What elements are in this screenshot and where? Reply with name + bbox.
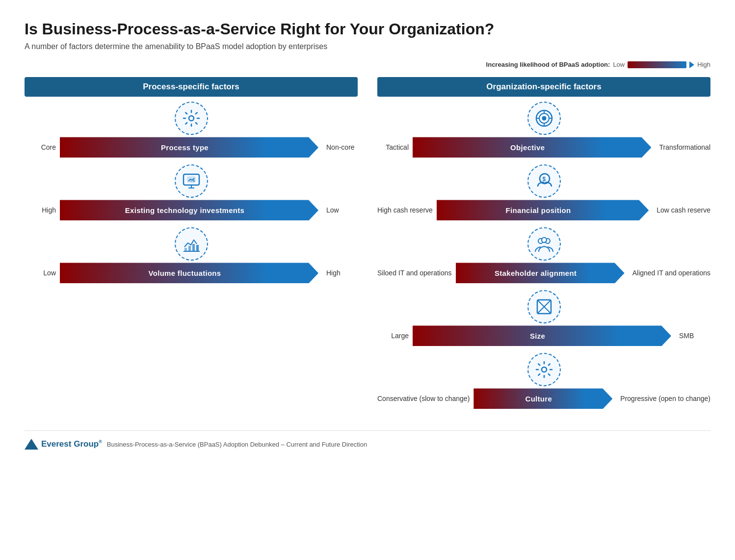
factor-left-label: High cash reserve xyxy=(377,206,437,214)
svg-rect-10 xyxy=(192,244,195,251)
factor-bar-label: Objective xyxy=(510,143,553,152)
factor-arrow-row: LargeSizeSMB xyxy=(377,325,710,346)
factor-item: CoreProcess typeNon-core xyxy=(25,102,358,164)
svg-point-0 xyxy=(189,116,194,121)
factor-left-label: Conservative (slow to change) xyxy=(377,394,473,403)
factor-arrow-row: TacticalObjectiveTransformational xyxy=(377,137,710,158)
factor-arrow-row: Siloed IT and operationsStakeholder alig… xyxy=(377,263,710,283)
svg-text:$: $ xyxy=(542,176,546,183)
svg-rect-7 xyxy=(190,181,192,183)
factor-arrow-bar: Process type xyxy=(60,137,318,158)
factor-right-label: Low xyxy=(318,206,358,214)
legend-prefix: Increasing likelihood of BPaaS adoption: xyxy=(486,61,610,68)
factor-right-label: Aligned IT and operations xyxy=(625,268,710,277)
left-section: Process-specific factors CoreProcess typ… xyxy=(25,77,358,416)
left-factor-group: CoreProcess typeNon-core HighExisting te… xyxy=(25,102,358,290)
factor-icon xyxy=(527,353,561,386)
factor-arrow-bar: Stakeholder alignment xyxy=(456,263,625,283)
factor-left-label: Low xyxy=(25,268,60,277)
factor-arrow-bar: Objective xyxy=(413,137,651,158)
page-title: Is Business-Process-as-a-Service Right f… xyxy=(25,20,710,38)
factor-left-label: Tactical xyxy=(377,143,413,152)
factor-bar-label: Financial position xyxy=(506,206,580,214)
factor-arrow-bar: Culture xyxy=(473,388,612,409)
factor-icon xyxy=(527,102,561,135)
company-name: Everest Group® xyxy=(41,440,102,449)
footer: Everest Group® Business-Process-as-a-Ser… xyxy=(25,430,710,450)
svg-point-15 xyxy=(542,116,546,121)
factor-item: TacticalObjectiveTransformational xyxy=(377,102,710,164)
legend-low: Low xyxy=(613,61,625,68)
factor-bar-label: Existing technology investments xyxy=(125,206,254,214)
svg-rect-9 xyxy=(188,246,191,251)
factor-arrow-bar: Financial position xyxy=(437,200,649,220)
page-subtitle: A number of factors determine the amenab… xyxy=(25,42,710,51)
factor-item: LowVolume fluctuationsHigh xyxy=(25,227,358,290)
factor-bar-label: Volume fluctuations xyxy=(149,269,230,277)
factor-bar-label: Culture xyxy=(525,395,561,403)
legend-arrow-icon xyxy=(689,61,694,68)
right-section-header: Organization-specific factors xyxy=(377,77,710,97)
factor-icon xyxy=(175,227,208,261)
factor-right-label: Low cash reserve xyxy=(649,206,710,214)
factor-bar-label: Size xyxy=(530,332,554,340)
factor-bar-label: Stakeholder alignment xyxy=(495,269,585,277)
svg-rect-8 xyxy=(184,248,187,251)
svg-rect-11 xyxy=(196,245,199,251)
factor-left-label: Siloed IT and operations xyxy=(377,268,456,277)
factor-icon: $ xyxy=(527,164,561,198)
factor-item: HighExisting technology investmentsLow xyxy=(25,164,358,227)
logo-triangle-icon xyxy=(25,439,38,450)
factor-item: LargeSizeSMB xyxy=(377,290,710,353)
right-section: Organization-specific factors TacticalOb… xyxy=(377,77,710,416)
factor-item: Siloed IT and operationsStakeholder alig… xyxy=(377,227,710,290)
factor-icon xyxy=(527,227,561,261)
svg-point-24 xyxy=(542,238,547,242)
svg-rect-6 xyxy=(193,180,195,182)
factor-left-label: High xyxy=(25,206,60,214)
factor-arrow-row: HighExisting technology investmentsLow xyxy=(25,200,358,220)
factor-right-label: Non-core xyxy=(318,143,358,152)
factor-arrow-bar: Existing technology investments xyxy=(60,200,318,220)
logo-text: Everest Group® xyxy=(41,440,102,449)
factor-right-label: SMB xyxy=(671,331,710,340)
factor-right-label: Transformational xyxy=(651,143,710,152)
footer-caption: Business-Process-as-a-Service (BPaaS) Ad… xyxy=(107,441,367,448)
main-grid: Process-specific factors CoreProcess typ… xyxy=(25,77,710,416)
factor-arrow-row: LowVolume fluctuationsHigh xyxy=(25,263,358,283)
factor-right-label: Progressive (open to change) xyxy=(612,394,710,403)
left-section-header: Process-specific factors xyxy=(25,77,358,97)
factor-icon xyxy=(527,290,561,323)
factor-item: $ High cash reserveFinancial positionLow… xyxy=(377,164,710,227)
factor-left-label: Large xyxy=(377,331,413,340)
legend-gradient-bar xyxy=(628,61,686,68)
factor-icon xyxy=(175,164,208,198)
factor-arrow-bar: Volume fluctuations xyxy=(60,263,318,283)
svg-point-26 xyxy=(542,367,547,372)
legend: Increasing likelihood of BPaaS adoption:… xyxy=(25,61,710,68)
factor-arrow-bar: Size xyxy=(413,325,671,346)
legend-high: High xyxy=(697,61,710,68)
factor-right-label: High xyxy=(318,268,358,277)
company-logo: Everest Group® xyxy=(25,439,102,450)
factor-arrow-row: Conservative (slow to change)CultureProg… xyxy=(377,388,710,409)
factor-item: Conservative (slow to change)CultureProg… xyxy=(377,353,710,416)
factor-arrow-row: High cash reserveFinancial positionLow c… xyxy=(377,200,710,220)
right-factor-group: TacticalObjectiveTransformational $ High… xyxy=(377,102,710,416)
factor-icon xyxy=(175,102,208,135)
factor-left-label: Core xyxy=(25,143,60,152)
factor-bar-label: Process type xyxy=(161,143,217,152)
factor-arrow-row: CoreProcess typeNon-core xyxy=(25,137,358,158)
